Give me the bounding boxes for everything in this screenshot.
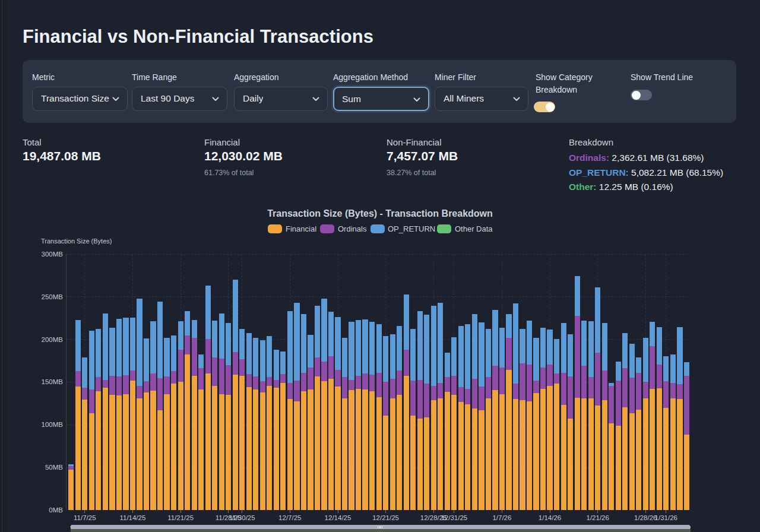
svg-text:1/31/26: 1/31/26 <box>655 514 677 521</box>
svg-text:1/7/26: 1/7/26 <box>492 514 511 521</box>
svg-text:12/7/25: 12/7/25 <box>278 514 301 521</box>
svg-text:1/21/26: 1/21/26 <box>587 514 609 521</box>
svg-text:300MB: 300MB <box>42 251 64 258</box>
svg-text:12/21/25: 12/21/25 <box>372 514 399 521</box>
svg-text:50MB: 50MB <box>45 464 63 471</box>
svg-text:Transaction Size (Bytes): Transaction Size (Bytes) <box>41 238 112 245</box>
svg-text:11/7/25: 11/7/25 <box>74 514 96 521</box>
svg-text:11/14/25: 11/14/25 <box>119 514 145 521</box>
svg-text:11/21/25: 11/21/25 <box>167 514 194 521</box>
svg-text:150MB: 150MB <box>42 378 64 385</box>
svg-text:250MB: 250MB <box>42 293 64 300</box>
svg-text:12/14/25: 12/14/25 <box>325 514 352 521</box>
svg-text:200MB: 200MB <box>42 336 64 343</box>
svg-text:11/30/25: 11/30/25 <box>229 514 255 521</box>
svg-text:1/14/26: 1/14/26 <box>539 514 561 521</box>
svg-text:100MB: 100MB <box>42 421 64 428</box>
svg-text:0MB: 0MB <box>49 506 63 514</box>
svg-text:1/28/26: 1/28/26 <box>634 514 657 521</box>
svg-text:12/31/25: 12/31/25 <box>441 514 467 521</box>
